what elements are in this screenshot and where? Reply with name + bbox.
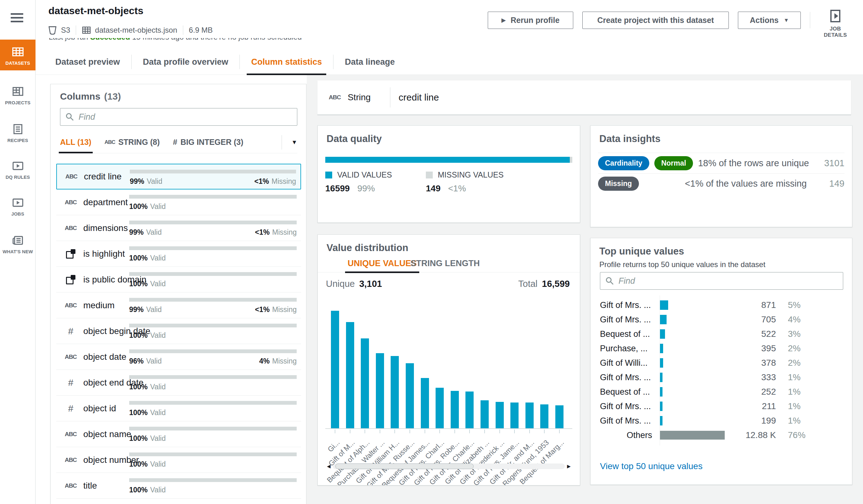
- column-list: ABCcredit line99%Valid<1%MissingABCdepar…: [56, 164, 301, 499]
- unique-value-count: 252: [761, 387, 776, 397]
- filter-big-integer-3-[interactable]: #BIG INTEGER (3): [173, 131, 243, 153]
- insight-value: 3101: [809, 158, 845, 168]
- x-axis-tick: [395, 430, 395, 433]
- search-icon: [605, 277, 614, 285]
- filter-string-8-[interactable]: ABCSTRING (8): [105, 131, 160, 153]
- succeeded-status: Succeeded: [90, 38, 130, 41]
- breadcrumb: S3 dataset-met-objects.json 6.9 MB: [48, 25, 213, 35]
- column-row-object-date[interactable]: ABCobject date96%Valid4%Missing: [56, 344, 301, 370]
- chart-bar: [346, 322, 354, 428]
- chart-bar: [421, 378, 429, 428]
- tab-data-lineage[interactable]: Data lineage: [343, 49, 397, 74]
- columns-search-input[interactable]: [78, 112, 292, 122]
- valid-percent: 96%Valid: [129, 357, 162, 365]
- missing-legend-swatch: [426, 172, 433, 178]
- actions-dropdown-button[interactable]: Actions ▼: [738, 12, 801, 29]
- filter-all-13-[interactable]: ALL (13): [60, 131, 91, 153]
- sidebar-item-projects[interactable]: PROJECTS: [0, 84, 36, 105]
- tab-dataset-preview[interactable]: Dataset preview: [53, 49, 122, 74]
- column-row-dimensions[interactable]: ABCdimensions99%Valid<1%Missing: [56, 215, 301, 241]
- badge-missing: Missing: [598, 177, 639, 191]
- missing-values-stats: 149<1%: [426, 184, 466, 193]
- chart-bar: [540, 404, 548, 428]
- insight-row: Missing<1% of the values are missing149: [598, 174, 845, 194]
- column-name: is highlight: [83, 249, 125, 259]
- string-type-icon: ABC: [65, 353, 77, 360]
- scrollbar-thumb[interactable]: [335, 464, 474, 469]
- column-row-medium[interactable]: ABCmedium99%Valid<1%Missing: [56, 292, 301, 318]
- job-details-button[interactable]: JOB DETAILS: [818, 10, 853, 38]
- unique-value-bar: [660, 416, 663, 426]
- number-type-icon: #: [173, 138, 177, 147]
- view-top-50-link[interactable]: View top 50 unique values: [600, 461, 702, 471]
- column-row-object-begin-date[interactable]: #object begin date100%Valid: [56, 318, 301, 344]
- unique-value-row: Purchase, ...3952%: [600, 341, 843, 356]
- unique-value-row: Gift of Mrs. ...8715%: [600, 298, 843, 312]
- hamburger-menu-icon[interactable]: [11, 13, 23, 23]
- valid-percent: 100%Valid: [129, 254, 166, 262]
- column-row-is-highlight[interactable]: is highlight100%Valid: [56, 241, 301, 267]
- unique-value-count: 871: [761, 300, 776, 310]
- divider: [810, 12, 810, 28]
- valid-ratio-bar: [129, 195, 297, 199]
- unique-value-row: Gift of Mrs. ...3331%: [600, 370, 843, 385]
- column-row-title[interactable]: ABCtitle100%Valid: [56, 473, 301, 499]
- valid-ratio-bar: [129, 298, 297, 302]
- scrollbar-track[interactable]: [333, 464, 565, 469]
- unique-value-label: Bequest of ...: [600, 387, 657, 397]
- column-row-is-public-domain[interactable]: is public domain100%Valid: [56, 267, 301, 292]
- column-row-object-number[interactable]: ABCobject number100%Valid: [56, 447, 301, 473]
- x-axis-tick: [514, 430, 515, 433]
- sidebar-item-jobs[interactable]: JOBS: [0, 196, 36, 217]
- columns-panel: Columns(13) ALL (13)ABCSTRING (8)#BIG IN…: [50, 84, 307, 504]
- sidebar-item-label: JOBS: [2, 212, 34, 217]
- sidebar-item-label: DQ RULES: [2, 175, 34, 180]
- tab-string-length[interactable]: STRING LENGTH: [411, 254, 480, 273]
- missing-percent: 4%Missing: [259, 357, 297, 365]
- unique-value-row: Gift of Willi...3782%: [600, 356, 843, 370]
- tab-column-statistics[interactable]: Column statistics: [249, 49, 324, 74]
- scroll-right-icon[interactable]: ▶: [565, 464, 572, 469]
- column-name: credit line: [84, 172, 122, 181]
- insight-text: <1% of the values are missing: [685, 178, 807, 189]
- sidebar-item-what-s-new[interactable]: WHAT'S NEW: [0, 233, 36, 254]
- sidebar-item-recipes[interactable]: RECIPES: [0, 122, 36, 143]
- unique-value-label: Bequest of ...: [600, 329, 657, 339]
- unique-values-search-input[interactable]: [618, 276, 838, 286]
- column-row-object-end-date[interactable]: #object end date100%Valid: [56, 370, 301, 395]
- filters-dropdown-button[interactable]: ▼: [282, 131, 297, 153]
- sidebar-item-datasets[interactable]: DATASETS: [0, 40, 36, 71]
- chart-bar: [555, 405, 563, 428]
- unique-values-search: [600, 272, 843, 290]
- value-distribution-title: Value distribution: [326, 242, 408, 254]
- unique-value-label: Gift of Mrs. ...: [600, 315, 657, 325]
- column-row-department[interactable]: ABCdepartment100%Valid: [56, 189, 301, 215]
- x-axis-tick: [469, 430, 470, 433]
- selected-column-type: String: [348, 92, 371, 102]
- selected-column-header: ABC String credit line: [317, 80, 851, 115]
- column-row-credit-line[interactable]: ABCcredit line99%Valid<1%Missing: [56, 164, 301, 189]
- x-axis-tick: [439, 430, 440, 433]
- unique-value-percent: 4%: [788, 315, 800, 325]
- column-row-object-name[interactable]: ABCobject name100%Valid: [56, 421, 301, 447]
- tab-data-profile-overview[interactable]: Data profile overview: [141, 49, 230, 74]
- scroll-left-icon[interactable]: ◀: [325, 464, 332, 469]
- column-row-object-id[interactable]: #object id100%Valid: [56, 395, 301, 421]
- unique-value-label: Gift of Mrs. ...: [600, 373, 657, 382]
- rerun-profile-button[interactable]: ▶ Rerun profile: [488, 12, 573, 29]
- chart-bar: [480, 400, 489, 428]
- recipes-icon: [0, 122, 36, 136]
- number-type-icon: #: [68, 403, 74, 414]
- tab-unique-values[interactable]: UNIQUE VALUES: [348, 254, 417, 273]
- unique-value-row: Gift of Mrs. ...2111%: [600, 399, 843, 414]
- column-type-filters: ALL (13)ABCSTRING (8)#BIG INTEGER (3)▼: [60, 131, 297, 153]
- string-type-icon: ABC: [105, 139, 115, 146]
- create-project-button[interactable]: Create project with this dataset: [582, 12, 729, 29]
- valid-ratio-bar: [129, 272, 297, 276]
- top-unique-values-title: Top unique values: [599, 246, 684, 257]
- unique-value-bar: [660, 373, 663, 382]
- sidebar-item-dq-rules[interactable]: DQ RULES: [0, 159, 36, 180]
- unique-values-list: Gift of Mrs. ...8715%Gift of Mrs. ...705…: [600, 298, 843, 442]
- valid-ratio-bar: [130, 170, 296, 174]
- whats-new-icon: [0, 233, 36, 248]
